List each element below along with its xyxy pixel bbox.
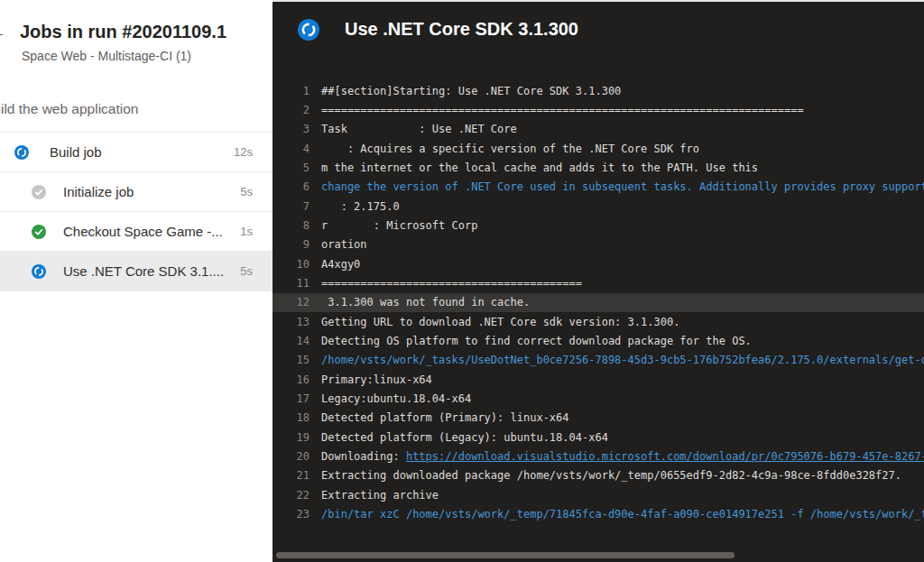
job-duration: 1s xyxy=(240,225,253,238)
log-line[interactable]: 2=======================================… xyxy=(273,100,924,119)
log-text: ======================================== xyxy=(321,277,582,290)
log-line[interactable]: 23/bin/tar xzC /home/vsts/work/_temp/718… xyxy=(273,504,924,523)
line-number: 9 xyxy=(273,238,321,251)
line-number: 23 xyxy=(273,508,321,521)
log-text: Primary:linux-x64 xyxy=(321,373,432,386)
log-text: ##[section]Starting: Use .NET Core SDK 3… xyxy=(321,85,621,97)
line-number: 19 xyxy=(273,431,321,444)
log-text: Detecting OS platform to find correct do… xyxy=(321,335,752,347)
log-output: 1##[section]Starting: Use .NET Core SDK … xyxy=(273,81,924,524)
log-text: A4xgy0 xyxy=(321,258,360,271)
log-line[interactable]: 7 : 2.175.0 xyxy=(273,197,924,216)
line-number: 12 xyxy=(273,296,321,309)
log-text: : Acquires a specific version of the .NE… xyxy=(321,143,699,155)
log-text: Task : Use .NET Core xyxy=(321,123,517,135)
line-number: 7 xyxy=(273,200,321,213)
line-number: 18 xyxy=(273,411,321,424)
line-number: 21 xyxy=(273,469,321,482)
log-text: /bin/tar xzC /home/vsts/work/_temp/71845… xyxy=(321,508,924,521)
log-text: Legacy:ubuntu.18.04-x64 xyxy=(321,392,471,405)
log-line[interactable]: 21Extracting downloaded package /home/vs… xyxy=(273,466,924,485)
line-number: 22 xyxy=(273,489,321,502)
log-line[interactable]: 11======================================… xyxy=(273,273,924,292)
log-text: m the internet or the local cache and ad… xyxy=(321,161,758,174)
job-duration: 5s xyxy=(240,264,253,278)
log-text: Extracting downloaded package /home/vsts… xyxy=(321,469,901,482)
job-duration: 12s xyxy=(234,145,253,159)
log-line[interactable]: 1##[section]Starting: Use .NET Core SDK … xyxy=(273,81,924,100)
line-number: 5 xyxy=(273,161,321,174)
line-number: 4 xyxy=(273,143,321,155)
log-text: Extracting archive xyxy=(321,489,439,502)
job-row-use-net-core-sdk-3-1[interactable]: Use .NET Core SDK 3.1....5s xyxy=(0,251,273,290)
log-line[interactable]: 20Downloading: https://download.visualst… xyxy=(273,447,924,465)
stage-heading: Build the web application xyxy=(0,101,138,117)
line-number: 16 xyxy=(273,373,321,386)
log-text: r : Microsoft Corp xyxy=(321,219,477,232)
log-text: /home/vsts/work/_tasks/UseDotNet_b0ce725… xyxy=(321,354,924,366)
log-line[interactable]: 18Detected platform (Primary): linux-x64 xyxy=(273,409,924,428)
log-text: Getting URL to download .NET Core sdk ve… xyxy=(321,316,679,328)
log-line[interactable]: 9oration xyxy=(273,235,924,254)
log-panel: Use .NET Core SDK 3.1.300 1##[section]St… xyxy=(273,0,924,562)
done-gray-icon xyxy=(32,185,46,199)
log-line[interactable]: 5m the internet or the local cache and a… xyxy=(273,158,924,177)
running-icon xyxy=(14,145,29,160)
success-icon xyxy=(32,225,46,239)
job-row-checkout-space-game[interactable]: Checkout Space Game -...1s xyxy=(0,211,273,251)
log-line[interactable]: 17Legacy:ubuntu.18.04-x64 xyxy=(273,389,924,408)
line-number: 10 xyxy=(273,258,321,271)
job-label: Initialize job xyxy=(63,184,134,199)
log-text: Detected platform (Legacy): ubuntu.18.04… xyxy=(321,431,608,444)
job-row-build-job[interactable]: Build job12s xyxy=(0,132,273,171)
app-window: ← Jobs in run #20201109.1 Space Web - Mu… xyxy=(0,0,924,562)
log-line[interactable]: 10A4xgy0 xyxy=(273,254,924,273)
log-text: : 2.175.0 xyxy=(321,200,400,213)
job-label: Checkout Space Game -... xyxy=(63,224,223,239)
line-number: 2 xyxy=(273,104,321,116)
log-line[interactable]: 8r : Microsoft Corp xyxy=(273,216,924,235)
log-text: ========================================… xyxy=(321,104,804,116)
pipeline-name: Space Web - Multistage-CI (1) xyxy=(22,49,191,63)
horizontal-scrollbar[interactable] xyxy=(276,552,735,558)
log-text: 3.1.300 was not found in cache. xyxy=(321,296,530,309)
job-duration: 5s xyxy=(240,185,253,198)
line-number: 17 xyxy=(273,392,321,405)
back-arrow-icon[interactable]: ← xyxy=(0,22,6,42)
log-text: Downloading: https://download.visualstud… xyxy=(321,450,924,463)
log-line[interactable]: 16Primary:linux-x64 xyxy=(273,370,924,389)
log-text: Detected platform (Primary): linux-x64 xyxy=(321,411,569,424)
log-title: Use .NET Core SDK 3.1.300 xyxy=(345,19,578,40)
running-status-icon xyxy=(298,19,319,41)
line-number: 8 xyxy=(273,219,321,232)
log-line[interactable]: 22Extracting archive xyxy=(273,485,924,504)
log-line[interactable]: 14Detecting OS platform to find correct … xyxy=(273,331,924,350)
line-number: 3 xyxy=(273,123,321,135)
log-line[interactable]: 3Task : Use .NET Core xyxy=(273,120,924,139)
line-number: 6 xyxy=(273,180,321,193)
line-number: 20 xyxy=(273,450,321,463)
line-number: 13 xyxy=(273,316,321,328)
log-line[interactable]: 12 3.1.300 was not found in cache. xyxy=(273,293,924,312)
line-number: 14 xyxy=(273,335,321,347)
job-row-initialize-job[interactable]: Initialize job5s xyxy=(0,171,273,211)
log-line[interactable]: 13Getting URL to download .NET Core sdk … xyxy=(273,312,924,331)
line-number: 15 xyxy=(273,354,321,366)
run-title: Jobs in run #20201109.1 xyxy=(20,22,226,42)
jobs-list: Build job12s Initialize job5s Checkout S… xyxy=(0,132,273,291)
log-line[interactable]: 15/home/vsts/work/_tasks/UseDotNet_b0ce7… xyxy=(273,351,924,370)
log-text: oration xyxy=(321,238,367,251)
log-text: change the version of .NET Core used in … xyxy=(321,180,924,193)
jobs-sidebar: ← Jobs in run #20201109.1 Space Web - Mu… xyxy=(0,0,273,562)
log-line[interactable]: 6change the version of .NET Core used in… xyxy=(273,178,924,197)
log-link[interactable]: https://download.visualstudio.microsoft.… xyxy=(406,450,924,463)
job-label: Use .NET Core SDK 3.1.... xyxy=(63,263,224,279)
log-line[interactable]: 4 : Acquires a specific version of the .… xyxy=(273,139,924,158)
job-label: Build job xyxy=(50,144,102,160)
log-line[interactable]: 19Detected platform (Legacy): ubuntu.18.… xyxy=(273,428,924,447)
line-number: 11 xyxy=(273,277,321,290)
log-header: Use .NET Core SDK 3.1.300 xyxy=(273,2,924,60)
running-icon xyxy=(32,264,46,279)
line-number: 1 xyxy=(273,85,321,97)
log-text-segment: Downloading: xyxy=(321,450,406,463)
